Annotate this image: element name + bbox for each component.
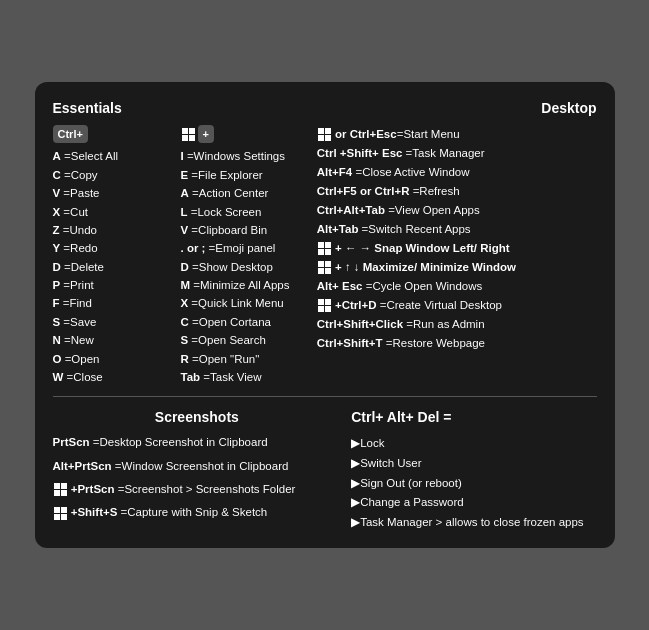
svg-rect-15 bbox=[325, 268, 331, 274]
svg-rect-9 bbox=[325, 242, 331, 248]
essentials-title: Essentials bbox=[53, 98, 307, 119]
svg-rect-17 bbox=[325, 299, 331, 305]
win-icon-startmenu bbox=[318, 128, 331, 141]
shortcut-n: N =New bbox=[53, 331, 173, 349]
ctrlaltdel-switchuser: ▶Switch User bbox=[351, 454, 596, 474]
shortcut-x: X =Cut bbox=[53, 203, 173, 221]
desktop-switchtabs: Alt+Tab =Switch Recent Apps bbox=[317, 220, 597, 239]
svg-rect-3 bbox=[189, 135, 195, 141]
win-d: D =Show Desktop bbox=[181, 258, 301, 276]
svg-rect-23 bbox=[61, 490, 67, 496]
win-icon-virtual bbox=[318, 299, 331, 312]
desktop-snapwindow: + ← → Snap Window Left/ Right bbox=[317, 239, 597, 258]
shortcut-y: Y =Redo bbox=[53, 239, 173, 257]
svg-rect-20 bbox=[54, 483, 60, 489]
win-m: M =Minimize All Apps bbox=[181, 276, 301, 294]
win-icon-essentials bbox=[182, 128, 195, 141]
desktop-closewindow: Alt+F4 =Close Active Window bbox=[317, 163, 597, 182]
svg-rect-27 bbox=[61, 514, 67, 520]
shortcut-w: W =Close bbox=[53, 368, 173, 386]
win-r: R =Open "Run" bbox=[181, 350, 301, 368]
ctrlaltdel-title: Ctrl+ Alt+ Del = bbox=[351, 407, 596, 428]
desktop-runadmin: Ctrl+Shift+Click =Run as Admin bbox=[317, 315, 597, 334]
screenshots-title: Screenshots bbox=[53, 407, 342, 428]
svg-rect-21 bbox=[61, 483, 67, 489]
svg-rect-25 bbox=[61, 507, 67, 513]
svg-rect-5 bbox=[325, 128, 331, 134]
svg-rect-4 bbox=[318, 128, 324, 134]
divider bbox=[53, 396, 597, 397]
ctrlaltdel-changepassword: ▶Change a Password bbox=[351, 493, 596, 513]
shortcut-c: C =Copy bbox=[53, 166, 173, 184]
desktop-cyclewindows: Alt+ Esc =Cycle Open Windows bbox=[317, 277, 597, 296]
shortcut-p: P =Print bbox=[53, 276, 173, 294]
desktop-taskmanager: Ctrl +Shift+ Esc =Task Manager bbox=[317, 144, 597, 163]
win-a: A =Action Center bbox=[181, 184, 301, 202]
cheatsheet: Essentials Ctrl+ + A =Select All C bbox=[35, 82, 615, 548]
shortcut-s: S =Save bbox=[53, 313, 173, 331]
essentials-section: Essentials Ctrl+ + A =Select All C bbox=[53, 98, 307, 387]
screenshot-win-prtscn: +PrtScn =Screenshot > Screenshots Folder bbox=[53, 481, 342, 498]
essentials-col1: A =Select All C =Copy V =Paste X =Cut Z … bbox=[53, 147, 173, 386]
svg-rect-26 bbox=[54, 514, 60, 520]
screenshot-win-shift-s: +Shift+S =Capture with Snip & Sketch bbox=[53, 504, 342, 521]
svg-rect-2 bbox=[182, 135, 188, 141]
svg-rect-10 bbox=[318, 249, 324, 255]
svg-rect-1 bbox=[189, 128, 195, 134]
desktop-startmenu: or Ctrl+Esc=Start Menu bbox=[317, 125, 597, 144]
win-emoji: . or ; =Emoji panel bbox=[181, 239, 301, 257]
essentials-col2: I =Windows Settings E =File Explorer A =… bbox=[181, 147, 301, 386]
screenshot-alt-prtscn: Alt+PrtScn =Window Screenshot in Clipboa… bbox=[53, 458, 342, 475]
win-v: V =Clipboard Bin bbox=[181, 221, 301, 239]
desktop-maxmin: + ↑ ↓ Maximize/ Minimize Window bbox=[317, 258, 597, 277]
desktop-title: Desktop bbox=[317, 98, 597, 119]
win-tab: Tab =Task View bbox=[181, 368, 301, 386]
win-s: S =Open Search bbox=[181, 331, 301, 349]
win-l: L =Lock Screen bbox=[181, 203, 301, 221]
win-c: C =Open Cortana bbox=[181, 313, 301, 331]
desktop-restorewebpage: Ctrl+Shift+T =Restore Webpage bbox=[317, 334, 597, 353]
ctrlaltdel-taskmanager: ▶Task Manager > allows to close frozen a… bbox=[351, 513, 596, 533]
win-e: E =File Explorer bbox=[181, 166, 301, 184]
ctrlaltdel-signout: ▶Sign Out (or reboot) bbox=[351, 474, 596, 494]
screenshots-section: Screenshots PrtScn =Desktop Screenshot i… bbox=[53, 407, 342, 532]
shortcut-a: A =Select All bbox=[53, 147, 173, 165]
shortcut-d: D =Delete bbox=[53, 258, 173, 276]
ctrlaltdel-section: Ctrl+ Alt+ Del = ▶Lock ▶Switch User ▶Sig… bbox=[351, 407, 596, 532]
svg-rect-8 bbox=[318, 242, 324, 248]
win-icon-maxmin bbox=[318, 261, 331, 274]
win-icon-snip bbox=[54, 507, 67, 520]
svg-rect-18 bbox=[318, 306, 324, 312]
svg-rect-13 bbox=[325, 261, 331, 267]
win-plus-label: + bbox=[198, 125, 214, 144]
svg-rect-14 bbox=[318, 268, 324, 274]
svg-rect-22 bbox=[54, 490, 60, 496]
win-i: I =Windows Settings bbox=[181, 147, 301, 165]
svg-rect-12 bbox=[318, 261, 324, 267]
shortcut-o: O =Open bbox=[53, 350, 173, 368]
desktop-section: Desktop or Ctrl+Esc=Start Menu Ctrl +Shi… bbox=[317, 98, 597, 387]
desktop-refresh: Ctrl+F5 or Ctrl+R =Refresh bbox=[317, 182, 597, 201]
screenshot-prtscn: PrtScn =Desktop Screenshot in Clipboard bbox=[53, 434, 342, 451]
svg-rect-7 bbox=[325, 135, 331, 141]
desktop-viewapps: Ctrl+Alt+Tab =View Open Apps bbox=[317, 201, 597, 220]
svg-rect-16 bbox=[318, 299, 324, 305]
win-icon-prtscn bbox=[54, 483, 67, 496]
svg-rect-0 bbox=[182, 128, 188, 134]
desktop-virtualdesktop: +Ctrl+D =Create Virtual Desktop bbox=[317, 296, 597, 315]
win-x: X =Quick Link Menu bbox=[181, 294, 301, 312]
svg-rect-19 bbox=[325, 306, 331, 312]
shortcut-z: Z =Undo bbox=[53, 221, 173, 239]
shortcut-f: F =Find bbox=[53, 294, 173, 312]
ctrl-plus-label: Ctrl+ bbox=[53, 125, 88, 144]
win-icon-snap bbox=[318, 242, 331, 255]
shortcut-v: V =Paste bbox=[53, 184, 173, 202]
svg-rect-6 bbox=[318, 135, 324, 141]
svg-rect-24 bbox=[54, 507, 60, 513]
svg-rect-11 bbox=[325, 249, 331, 255]
ctrlaltdel-lock: ▶Lock bbox=[351, 434, 596, 454]
